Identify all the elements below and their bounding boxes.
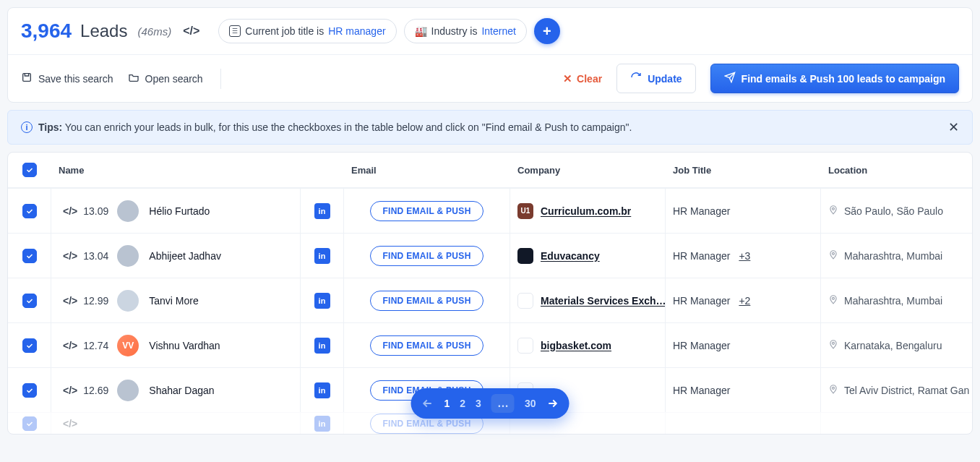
job-title: HR Manager	[673, 295, 730, 307]
code-icon[interactable]: </>	[63, 295, 77, 307]
tips-label: Tips:	[38, 121, 62, 133]
filter-pill-industry[interactable]: 🏭 Industry is Internet	[404, 19, 527, 43]
row-checkbox[interactable]	[22, 383, 37, 398]
pagination-ellipsis[interactable]: …	[491, 394, 515, 413]
linkedin-icon[interactable]: in	[314, 338, 330, 354]
location-text: Karnataka, Bengaluru	[844, 340, 942, 351]
filter-prefix: Current job title is	[245, 25, 324, 37]
pagination-prev[interactable]	[421, 397, 434, 410]
table-header: Name Email Company Job Title Location	[8, 153, 972, 188]
avatar: VV	[117, 335, 139, 356]
pagination-next[interactable]	[546, 397, 559, 410]
svg-rect-0	[23, 74, 31, 82]
header-company: Company	[510, 155, 666, 186]
linkedin-icon[interactable]: in	[314, 248, 330, 264]
company-link[interactable]: Eduvacancy	[541, 250, 600, 262]
company-link[interactable]: Materials Services Exch…	[541, 295, 666, 307]
pagination-page-last[interactable]: 30	[525, 398, 536, 409]
job-extra-count[interactable]: +2	[739, 295, 750, 307]
company-logo-icon	[517, 338, 533, 354]
location-pin-icon	[828, 205, 838, 217]
toolbar: Save this search Open search ✕ Clear Upd…	[8, 55, 972, 102]
code-icon[interactable]: </>	[63, 418, 77, 429]
filter-pill-jobtitle[interactable]: ☰ Current job title is HR manager	[218, 19, 396, 43]
find-email-button[interactable]: FIND EMAIL & PUSH	[370, 335, 483, 356]
select-all-checkbox[interactable]	[22, 163, 37, 177]
code-icon[interactable]: </>	[63, 205, 77, 217]
row-checkbox[interactable]	[22, 204, 37, 218]
send-icon	[724, 72, 736, 85]
row-checkbox[interactable]	[22, 249, 37, 263]
code-icon[interactable]: </>	[63, 250, 77, 262]
code-icon[interactable]: </>	[63, 340, 77, 351]
pagination-page-2[interactable]: 2	[460, 398, 465, 409]
company-link[interactable]: bigbasket.com	[541, 340, 611, 351]
pagination-page-1[interactable]: 1	[444, 398, 450, 409]
header-email: Email	[344, 155, 510, 186]
close-tips-button[interactable]: ✕	[948, 119, 959, 135]
push-campaign-button[interactable]: Find emails & Push 100 leads to campaign	[710, 64, 959, 93]
svg-point-4	[833, 342, 835, 344]
divider	[220, 69, 221, 89]
timing-label: (46ms)	[137, 25, 171, 38]
location-pin-icon	[828, 249, 838, 262]
lead-name[interactable]: Abhijeet Jadhav	[149, 250, 221, 262]
summary-header: 3,964 Leads (46ms) </> ☰ Current job tit…	[8, 8, 972, 55]
open-search-label: Open search	[145, 73, 203, 85]
close-icon: ✕	[563, 72, 572, 85]
lead-score: 13.09	[83, 205, 108, 217]
lead-count: 3,964	[21, 20, 72, 43]
linkedin-icon[interactable]: in	[314, 416, 330, 432]
avatar	[117, 290, 139, 312]
job-title: HR Manager	[673, 250, 730, 262]
clear-label: Clear	[577, 73, 602, 85]
row-checkbox[interactable]	[22, 416, 37, 431]
code-icon[interactable]: </>	[63, 385, 77, 396]
add-filter-button[interactable]: +	[534, 18, 560, 44]
location-pin-icon	[828, 339, 838, 351]
lead-score: 12.74	[83, 340, 108, 351]
pagination-page-3[interactable]: 3	[476, 398, 481, 409]
update-label: Update	[648, 73, 682, 85]
row-checkbox[interactable]	[22, 294, 37, 308]
linkedin-icon[interactable]: in	[314, 293, 330, 309]
lead-name[interactable]: Vishnu Vardhan	[149, 340, 220, 351]
table-row: </> 13.04 Abhijeet JadhavinFIND EMAIL & …	[8, 233, 972, 278]
company-logo-icon	[517, 248, 533, 264]
refresh-icon	[630, 72, 642, 85]
row-checkbox[interactable]	[22, 338, 37, 353]
find-email-button[interactable]: FIND EMAIL & PUSH	[370, 201, 483, 221]
save-search-button[interactable]: Save this search	[21, 72, 113, 85]
lead-name[interactable]: Tanvi More	[149, 295, 198, 307]
location-pin-icon	[828, 384, 838, 396]
update-button[interactable]: Update	[616, 64, 695, 93]
svg-point-1	[833, 208, 835, 210]
open-search-button[interactable]: Open search	[128, 72, 203, 85]
table-row: </> 12.99 Tanvi MoreinFIND EMAIL & PUSH …	[8, 278, 972, 322]
lead-name[interactable]: Hélio Furtado	[149, 205, 210, 217]
filter-value: HR manager	[328, 25, 385, 37]
id-badge-icon: ☰	[229, 25, 241, 37]
job-extra-count[interactable]: +3	[739, 250, 750, 262]
header-name: Name	[51, 155, 301, 186]
company-logo-icon: U1	[517, 203, 533, 219]
table-row: </> 12.74 VV Vishnu VardhaninFIND EMAIL …	[8, 322, 972, 367]
location-text: Maharashtra, Mumbai	[844, 295, 942, 307]
svg-point-5	[833, 387, 835, 389]
linkedin-icon[interactable]: in	[314, 382, 330, 398]
lead-name[interactable]: Shahar Dagan	[149, 385, 214, 396]
company-link[interactable]: Curriculum.com.br	[541, 205, 631, 217]
location-text: Tel Aviv District, Ramat Gan	[844, 385, 969, 396]
find-email-button[interactable]: FIND EMAIL & PUSH	[370, 291, 483, 311]
find-email-button[interactable]: FIND EMAIL & PUSH	[370, 246, 483, 266]
svg-point-3	[833, 297, 835, 299]
lead-score: 13.04	[83, 250, 108, 262]
code-icon[interactable]: </>	[183, 25, 199, 38]
clear-button[interactable]: ✕ Clear	[563, 72, 602, 85]
company-logo-icon	[517, 293, 533, 309]
job-title: HR Manager	[673, 385, 730, 396]
search-summary-card: 3,964 Leads (46ms) </> ☰ Current job tit…	[7, 7, 973, 103]
location-text: Maharashtra, Mumbai	[844, 250, 942, 262]
linkedin-icon[interactable]: in	[314, 203, 330, 219]
avatar	[117, 380, 139, 401]
